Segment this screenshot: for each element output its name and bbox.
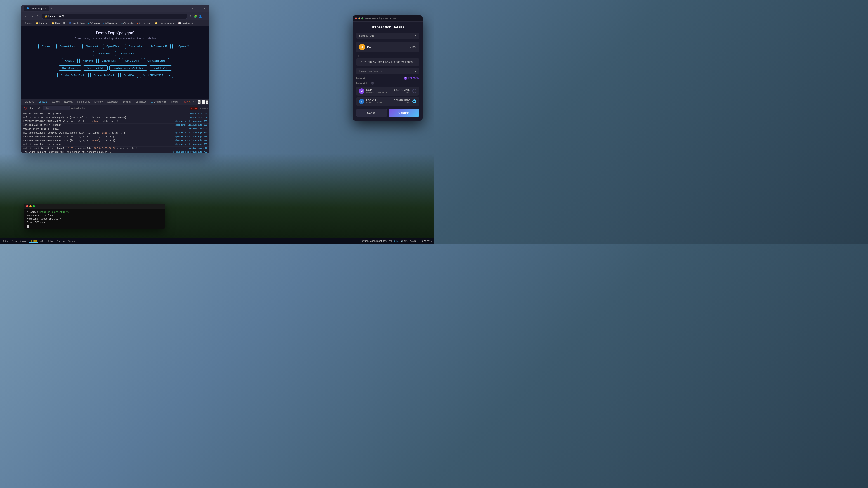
connect-auth-button[interactable]: Connect & Auth xyxy=(56,43,80,49)
connect-button[interactable]: Connect xyxy=(38,43,55,49)
bookmark-reactjs[interactable]: ● //r/Reactjs xyxy=(120,22,135,25)
console-source[interactable]: @sequence-utils.esm.js:329 xyxy=(176,143,207,146)
bookmark-reading[interactable]: 📖 Reading list xyxy=(177,22,195,25)
fee-help-icon[interactable]: ? xyxy=(371,82,374,85)
usdc-fee-radio[interactable] xyxy=(412,99,416,103)
dt-tab-performance[interactable]: Performance xyxy=(75,100,92,104)
taskbar-item-4-docs[interactable]: 4! docs xyxy=(29,239,38,243)
console-source[interactable]: @sequence-utils.esm.js:329 xyxy=(176,139,207,142)
browser-tab-active[interactable]: 🔷 Demo Dapp × xyxy=(24,6,49,11)
dt-close-icon[interactable]: × xyxy=(206,100,208,104)
open-wallet-button[interactable]: Open Wallet xyxy=(103,43,123,49)
confirm-button[interactable]: Confirm xyxy=(389,109,419,117)
tx-data-row[interactable]: Transaction Data (1) ◀ xyxy=(356,68,419,74)
bookmark-gamedev[interactable]: 📁 Gamedev xyxy=(34,22,50,25)
taskbar-item-3[interactable]: 3 www xyxy=(19,239,28,242)
console-source[interactable]: @sequence-utils.esm.js:135 xyxy=(176,124,207,127)
console-source[interactable]: HomeRoute.tsx:68 xyxy=(188,147,207,150)
get-accounts-button[interactable]: Get Accounts xyxy=(98,58,120,64)
dt-clear-button[interactable]: 🚫 xyxy=(23,106,28,110)
sign-message-button[interactable]: Sign Message xyxy=(59,65,81,71)
wallet-minimize-dot[interactable] xyxy=(358,18,360,20)
bookmark-other[interactable]: 📁 Other bookmarks xyxy=(153,22,177,25)
fee-option-matic[interactable]: M Matic Balance: 18.994 MATIC 0.003170 M… xyxy=(356,87,419,96)
dt-tab-lighthouse[interactable]: Lighthouse xyxy=(133,100,149,104)
disconnect-button[interactable]: Disconnect xyxy=(82,43,101,49)
taskbar-vol: 🔊 95% xyxy=(401,240,408,242)
bookmark-hiring-go[interactable]: 📁 Hiring - Go xyxy=(51,22,67,25)
bookmark-star-icon[interactable]: ☆ xyxy=(188,14,192,18)
taskbar-item-6[interactable]: 6 8: xyxy=(39,239,45,242)
minimize-button[interactable]: ─ xyxy=(190,6,195,11)
console-source[interactable]: HomeRoute.tsx:52 xyxy=(188,128,207,131)
dapp-buttons-row3: ChainID Networks Get Accounts Get Balanc… xyxy=(62,58,168,64)
default-chain-button[interactable]: DefaultChain? xyxy=(93,51,116,56)
send-authchain-button[interactable]: Send on AuthChain xyxy=(90,72,119,78)
console-source[interactable]: HomeRoute.tsx:32 xyxy=(188,112,207,116)
send-defaultchain-button[interactable]: Send on DefaultChain xyxy=(57,72,89,78)
networks-button[interactable]: Networks xyxy=(79,58,96,64)
dt-tab-sources[interactable]: Sources xyxy=(49,100,62,104)
tab-close-btn[interactable]: × xyxy=(45,7,46,10)
sign-ethauth-button[interactable]: Sign ETHAuth xyxy=(149,65,172,71)
cancel-button[interactable]: Cancel xyxy=(356,109,387,117)
wallet-close-dot[interactable] xyxy=(355,18,357,20)
send-erc1155-button[interactable]: Send ERC-1155 Tokens xyxy=(140,72,173,78)
forward-button[interactable]: › xyxy=(30,14,35,19)
address-bar[interactable]: 🔒 localhost:4000 xyxy=(42,13,187,19)
auth-chain-button[interactable]: AuthChain? xyxy=(118,51,137,56)
dt-more-icon[interactable]: ⋮ xyxy=(202,100,205,104)
maximize-button[interactable]: □ xyxy=(196,6,201,11)
send-dai-button[interactable]: Send DAI xyxy=(121,72,138,78)
taskbar-item-10[interactable]: 10: sys xyxy=(67,239,76,242)
profile-icon[interactable]: 👤 xyxy=(198,14,202,18)
bookmark-golang[interactable]: ● //r/Golang xyxy=(87,22,101,25)
close-wallet-button[interactable]: Close Wallet xyxy=(125,43,146,49)
console-line: RECEIVED MESSAGE FROM WALLET -1 ▶ {idx: … xyxy=(22,120,209,124)
dt-tab-elements[interactable]: Elements xyxy=(22,100,36,104)
sign-message-authchain-button[interactable]: Sign Message on AuthChain xyxy=(110,65,148,71)
console-source[interactable]: @sequence-utils.esm.js:329 xyxy=(176,131,207,135)
dt-tab-application[interactable]: Application xyxy=(105,100,121,104)
is-opened-button[interactable]: Is Opened? xyxy=(173,43,192,49)
dt-top-dropdown[interactable]: top ▾ xyxy=(29,106,36,110)
get-wallet-state-button[interactable]: Get Wallet State xyxy=(144,58,169,64)
new-tab-button[interactable]: + xyxy=(51,7,52,10)
taskbar-item-2[interactable]: 2 dev xyxy=(11,239,18,242)
console-source[interactable]: @sequence-utils.esm.js:329 xyxy=(176,120,207,123)
bookmark-apps[interactable]: ⊞ Apps xyxy=(23,22,34,25)
is-connected-button[interactable]: Is Connected? xyxy=(148,43,170,49)
network-label: Network xyxy=(356,77,365,79)
bookmark-google-docs[interactable]: G Google Docs xyxy=(68,22,86,25)
bookmark-hiring-label: Hiring - Go xyxy=(55,22,66,24)
console-source[interactable]: @sequence-utils.esm.js:329 xyxy=(176,135,207,138)
close-window-button[interactable]: × xyxy=(202,6,207,11)
dt-tab-profiler[interactable]: Profiler xyxy=(169,100,181,104)
menu-icon[interactable]: ⋮ xyxy=(203,14,207,18)
extensions-icon[interactable]: 🧩 xyxy=(193,14,197,18)
dt-tab-components[interactable]: ⬡ Components xyxy=(149,100,168,104)
get-balance-button[interactable]: Get Balance xyxy=(122,58,142,64)
wallet-maximize-dot[interactable] xyxy=(361,18,364,20)
matic-fee-radio[interactable] xyxy=(412,89,416,93)
bookmark-ethereum[interactable]: ● //r/Ethereum xyxy=(135,22,152,25)
taskbar-item-8[interactable]: 8 chat xyxy=(46,239,55,242)
reload-button[interactable]: ↻ xyxy=(36,14,41,19)
sending-dropdown[interactable]: Sending (1/1) ▼ xyxy=(356,33,419,39)
console-filter-input[interactable] xyxy=(43,106,70,110)
dt-tab-network[interactable]: Network xyxy=(62,100,75,104)
chain-id-button[interactable]: ChainID xyxy=(62,58,78,64)
sign-typed-data-button[interactable]: Sign TypedData xyxy=(83,65,107,71)
back-button[interactable]: ‹ xyxy=(23,14,28,19)
dt-eye-button[interactable]: 👁 xyxy=(37,106,41,110)
bookmark-typescript[interactable]: ● //r/Typescript xyxy=(102,22,119,25)
dt-tab-memory[interactable]: Memory xyxy=(92,100,105,104)
taskbar-item-1[interactable]: 1 dev xyxy=(2,239,9,242)
dt-tab-console[interactable]: Console xyxy=(36,100,49,104)
fee-option-usdc[interactable]: $ USD Coin Balance: 50 USDC 0.008298 USD… xyxy=(356,97,419,106)
dt-tab-security[interactable]: Security xyxy=(121,100,133,104)
console-source[interactable]: @sequence-network.esm.js:783 xyxy=(173,151,207,153)
console-source[interactable]: HomeRoute.tsx:52 xyxy=(188,116,207,119)
dt-settings-icon[interactable]: ⚙ xyxy=(197,100,201,104)
taskbar-item-9[interactable]: 9: music xyxy=(56,239,66,242)
